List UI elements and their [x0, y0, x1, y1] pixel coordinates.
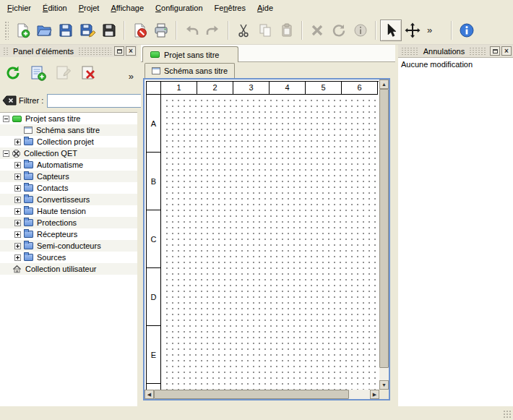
tree-item-collection-projet[interactable]: Collection projet	[0, 136, 137, 147]
open-file-button[interactable]	[33, 20, 55, 41]
schema-tab[interactable]: Schéma sans titre	[145, 63, 235, 78]
scroll-left-button[interactable]: ◀	[145, 390, 154, 399]
tree-item-automatisme[interactable]: Automatisme	[0, 159, 137, 171]
menu-item-configuration[interactable]: Configuration	[150, 1, 208, 15]
print-button[interactable]	[150, 20, 172, 41]
toolbar-handle[interactable]	[4, 21, 9, 40]
menu-item-affichage[interactable]: Affichage	[105, 1, 150, 15]
horizontal-scroll-thumb[interactable]	[154, 390, 349, 399]
dock-float-button[interactable]	[114, 46, 124, 56]
filter-input[interactable]	[47, 94, 155, 108]
save-button[interactable]	[55, 20, 77, 41]
save-as-button[interactable]	[77, 20, 98, 41]
redo-icon	[205, 22, 221, 38]
dock-close-button[interactable]: ×	[126, 46, 136, 56]
tree-item-project[interactable]: Projet sans titre	[0, 113, 137, 124]
delete-element-button[interactable]	[78, 62, 100, 84]
expand-icon[interactable]	[14, 185, 21, 192]
collapse-icon[interactable]	[3, 116, 9, 122]
tree-item-collection-utilisateur[interactable]: Collection utilisateur	[0, 263, 137, 275]
element-info-button[interactable]	[350, 20, 371, 41]
rotate-button[interactable]	[328, 20, 350, 41]
expand-icon[interactable]	[14, 162, 21, 168]
toolbar-overflow-button[interactable]: »	[423, 25, 436, 35]
row-header-cell: C	[147, 210, 161, 268]
about-button[interactable]	[456, 20, 478, 41]
status-bar	[0, 406, 513, 420]
elements-tree[interactable]: Projet sans titre Schéma sans titre Coll…	[0, 112, 137, 406]
menu-item-edition[interactable]: Édition	[37, 1, 73, 15]
panel-overflow-button[interactable]: »	[129, 71, 134, 82]
schema-viewport[interactable]: 1 2 3 4 5 6 A B C D E	[145, 80, 379, 390]
expand-icon[interactable]	[14, 254, 21, 261]
edit-element-button[interactable]	[53, 62, 74, 84]
main-toolbar: »	[0, 16, 513, 45]
reload-collections-button[interactable]	[2, 62, 24, 84]
scroll-up-button[interactable]: ▲	[379, 80, 389, 89]
delete-button[interactable]	[306, 20, 328, 41]
delete-icon	[309, 22, 325, 38]
app-window: Fichier Édition Projet Affichage Configu…	[0, 0, 513, 420]
tree-item-protections[interactable]: Protections	[0, 217, 137, 228]
close-file-button[interactable]	[129, 20, 150, 41]
expand-icon[interactable]	[14, 173, 21, 180]
qet-collection-icon	[12, 150, 20, 158]
project-icon	[12, 116, 22, 122]
scroll-down-button[interactable]: ▼	[379, 380, 389, 390]
undo-button[interactable]	[181, 20, 202, 41]
expand-icon[interactable]	[14, 220, 21, 226]
copy-icon	[257, 22, 273, 38]
tree-item-recepteurs[interactable]: Récepteurs	[0, 228, 137, 240]
select-mode-button[interactable]	[380, 20, 402, 41]
elements-panel-titlebar[interactable]: Panel d'éléments ×	[0, 45, 137, 57]
resize-grip[interactable]	[503, 410, 512, 419]
new-element-button[interactable]	[27, 62, 49, 84]
vertical-scrollbar[interactable]: ▲ ▼	[379, 80, 389, 390]
rotate-icon	[331, 22, 347, 38]
scroll-right-button[interactable]: ▶	[370, 390, 379, 399]
home-icon	[12, 265, 22, 273]
save-all-button[interactable]	[98, 20, 120, 41]
tree-item-convertisseurs[interactable]: Convertisseurs	[0, 194, 137, 205]
undo-panel-titlebar[interactable]: Annulations ×	[398, 45, 513, 57]
schema-canvas[interactable]	[162, 95, 379, 390]
new-element-icon	[30, 64, 47, 82]
tree-item-capteurs[interactable]: Capteurs	[0, 171, 137, 182]
expand-icon[interactable]	[14, 139, 21, 145]
menu-item-aide[interactable]: Aide	[251, 1, 279, 15]
clear-filter-button[interactable]	[2, 94, 17, 107]
menu-item-fichier[interactable]: Fichier	[1, 1, 37, 15]
schema-icon	[24, 127, 33, 134]
tree-item-semi-conducteurs[interactable]: Semi-conducteurs	[0, 240, 137, 252]
folder-icon	[24, 161, 33, 168]
expand-icon[interactable]	[14, 231, 21, 238]
expand-icon[interactable]	[14, 208, 21, 215]
new-file-button[interactable]	[12, 20, 33, 41]
scrollbar-corner	[379, 390, 389, 399]
redo-button[interactable]	[202, 20, 224, 41]
toolbar-separator	[375, 21, 376, 40]
undo-list[interactable]: Aucune modification	[398, 57, 513, 406]
horizontal-scrollbar[interactable]: ◀ ▶	[145, 390, 379, 399]
vertical-scroll-thumb[interactable]	[379, 89, 389, 368]
copy-button[interactable]	[254, 20, 276, 41]
dock-close-button[interactable]: ×	[501, 46, 512, 56]
collapse-icon[interactable]	[3, 150, 9, 157]
paste-button[interactable]	[276, 20, 298, 41]
tree-item-haute-tension[interactable]: Haute tension	[0, 205, 137, 217]
dock-float-button[interactable]	[490, 46, 500, 56]
menu-item-projet[interactable]: Projet	[73, 1, 105, 15]
project-tab[interactable]: Projet sans titre	[142, 46, 238, 62]
menu-item-fenetres[interactable]: Fenêtres	[209, 1, 251, 15]
row-header-cell: E	[147, 326, 161, 384]
expand-icon[interactable]	[14, 243, 21, 249]
tree-item-sources[interactable]: Sources	[0, 252, 137, 263]
tree-item-collection-qet[interactable]: Collection QET	[0, 147, 137, 159]
tree-item-contacts[interactable]: Contacts	[0, 182, 137, 194]
expand-icon[interactable]	[14, 197, 21, 203]
cut-button[interactable]	[233, 20, 254, 41]
folder-icon	[24, 184, 33, 192]
pan-mode-button[interactable]	[402, 20, 423, 41]
tree-item-schema[interactable]: Schéma sans titre	[0, 124, 137, 136]
column-ruler: 1 2 3 4 5 6	[161, 82, 378, 95]
